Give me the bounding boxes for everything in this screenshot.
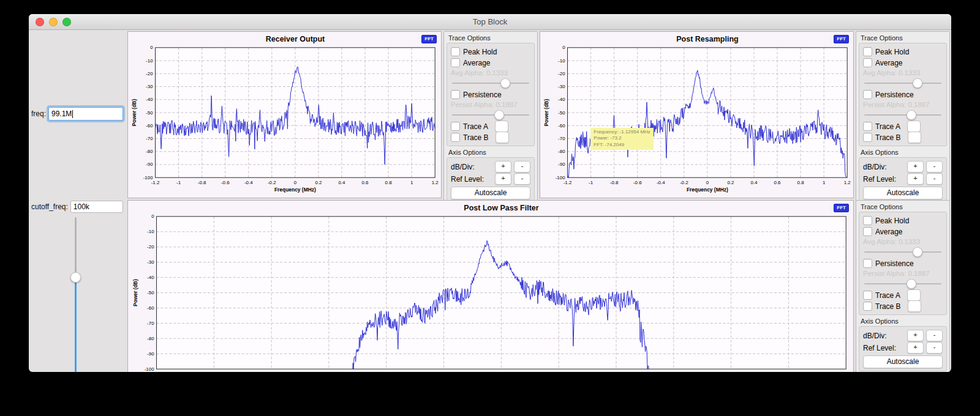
fft-tab-button[interactable]: FFT <box>421 35 437 43</box>
trace-a-checkbox[interactable] <box>863 122 872 131</box>
trace-options-header: Trace Options <box>856 32 949 43</box>
trace-a-row: Trace A <box>863 290 943 300</box>
persist-alpha-label: Persist Alpha: 0.1887 <box>863 270 943 278</box>
cutoff-freq-input[interactable]: 100k <box>70 201 123 213</box>
trace-b-store-button[interactable] <box>496 132 509 143</box>
trace-a-store-button[interactable] <box>907 289 921 301</box>
ref-level-minus-button[interactable]: - <box>926 342 943 354</box>
db-div-plus-button[interactable]: + <box>907 161 924 173</box>
trace-options-group: Peak Hold Average Avg Alpha: 0.1333 <box>859 43 947 146</box>
slider-thumb[interactable] <box>500 78 510 88</box>
avg-alpha-slider[interactable] <box>452 78 529 87</box>
autoscale-button[interactable]: Autoscale <box>451 187 530 199</box>
freq-input-value: 99.1M <box>51 110 72 118</box>
slider-thumb[interactable] <box>907 110 916 120</box>
db-div-row: dB/Div: + - <box>863 161 943 173</box>
fft-tab-button[interactable]: FFT <box>834 204 849 212</box>
fft-plot-canvas[interactable]: 0-10-20-30-40-50-60-70-80-90-100-1.2-1-0… <box>540 32 853 198</box>
svg-text:-60: -60 <box>558 123 565 128</box>
freq-input[interactable]: 99.1M <box>48 107 123 121</box>
close-button[interactable] <box>36 18 44 26</box>
svg-text:0: 0 <box>706 180 709 185</box>
autoscale-button[interactable]: Autoscale <box>863 187 943 199</box>
db-div-minus-button[interactable]: - <box>514 161 530 173</box>
zoom-button[interactable] <box>62 18 71 26</box>
trace-b-checkbox[interactable] <box>863 302 872 311</box>
svg-text:-90: -90 <box>147 351 154 357</box>
peak-hold-checkbox[interactable] <box>863 47 872 56</box>
ref-level-row: Ref Level: + - <box>863 342 943 354</box>
avg-alpha-slider[interactable] <box>864 247 941 256</box>
svg-text:Frequency (MHz): Frequency (MHz) <box>274 187 316 193</box>
slider-thumb[interactable] <box>913 78 922 88</box>
persist-alpha-slider[interactable] <box>864 110 941 119</box>
trace-b-checkbox[interactable] <box>451 133 460 142</box>
plot-receiver-output[interactable]: Receiver Output FFT 0-10-20-30-40-50-60-… <box>127 31 442 198</box>
autoscale-button[interactable]: Autoscale <box>863 355 943 368</box>
persistence-label: Persistence <box>463 91 502 99</box>
window-controls <box>36 18 71 26</box>
db-div-plus-button[interactable]: + <box>495 161 511 173</box>
persist-alpha-slider[interactable] <box>864 279 941 288</box>
svg-text:-0.8: -0.8 <box>198 180 206 185</box>
minimize-button[interactable] <box>49 18 58 26</box>
persist-alpha-slider[interactable] <box>452 110 529 119</box>
trace-b-store-button[interactable] <box>908 300 921 312</box>
persistence-checkbox[interactable] <box>863 259 872 268</box>
average-checkbox[interactable] <box>863 58 872 67</box>
trace-b-checkbox[interactable] <box>863 133 872 142</box>
db-div-row: dB/Div: + - <box>863 330 943 341</box>
ref-level-plus-button[interactable]: + <box>907 173 924 185</box>
cutoff-freq-label: cutoff_freq: <box>31 202 68 211</box>
svg-text:-1.2: -1.2 <box>564 180 572 185</box>
svg-text:0.4: 0.4 <box>612 371 620 372</box>
trace-a-store-button[interactable] <box>495 121 508 132</box>
plot-post-low-pass-filter[interactable]: Post Low Pass Filter FFT 0-10-20-30-40-5… <box>127 200 854 372</box>
ref-level-label: Ref Level: <box>451 175 492 184</box>
freq-field-row: freq: 99.1M <box>31 107 123 121</box>
slider-thumb[interactable] <box>494 110 504 120</box>
peak-hold-checkbox[interactable] <box>863 216 872 225</box>
svg-text:1.2: 1.2 <box>844 180 851 185</box>
svg-text:-20: -20 <box>146 71 153 76</box>
peak-hold-label: Peak Hold <box>875 48 909 56</box>
average-checkbox[interactable] <box>451 58 460 67</box>
ref-level-plus-button[interactable]: + <box>907 342 924 354</box>
svg-text:-1.2: -1.2 <box>153 371 161 372</box>
svg-text:-50: -50 <box>147 290 154 295</box>
svg-text:-0.8: -0.8 <box>267 371 276 372</box>
axis-options-header: Axis Options <box>856 315 949 326</box>
fft-plot-canvas[interactable]: 0-10-20-30-40-50-60-70-80-90-100-1.2-1-0… <box>128 32 441 198</box>
svg-text:0: 0 <box>500 371 503 372</box>
ref-level-plus-button[interactable]: + <box>495 173 511 185</box>
peak-hold-checkbox[interactable] <box>451 47 460 56</box>
chart-title: Post Resampling <box>567 35 848 43</box>
svg-text:-80: -80 <box>558 149 565 154</box>
slider-thumb[interactable] <box>907 279 916 289</box>
trace-a-checkbox[interactable] <box>451 122 460 131</box>
trace-a-store-button[interactable] <box>907 121 921 132</box>
trace-options-panel-3: Trace Options Peak Hold Average Avg Alph… <box>856 200 950 372</box>
slider-thumb[interactable] <box>70 272 81 283</box>
svg-text:-10: -10 <box>146 58 153 64</box>
svg-text:-0.4: -0.4 <box>657 180 665 185</box>
persistence-checkbox[interactable] <box>451 90 460 99</box>
svg-text:1: 1 <box>410 180 413 185</box>
cutoff-freq-slider[interactable] <box>70 217 80 372</box>
db-div-minus-button[interactable]: - <box>926 330 943 341</box>
db-div-minus-button[interactable]: - <box>926 161 943 173</box>
avg-alpha-slider[interactable] <box>864 78 941 87</box>
trace-a-checkbox[interactable] <box>863 291 872 300</box>
db-div-plus-button[interactable]: + <box>907 330 924 341</box>
average-checkbox[interactable] <box>863 227 872 236</box>
slider-thumb[interactable] <box>913 247 922 257</box>
plot-post-resampling[interactable]: Post Resampling FFT 0-10-20-30-40-50-60-… <box>540 31 854 198</box>
ref-level-minus-button[interactable]: - <box>514 173 530 185</box>
persist-alpha-label: Persist Alpha: 0.1887 <box>863 101 943 110</box>
titlebar[interactable]: Top Block <box>29 14 951 30</box>
ref-level-minus-button[interactable]: - <box>926 173 943 185</box>
persistence-checkbox[interactable] <box>863 90 872 99</box>
trace-b-store-button[interactable] <box>908 132 921 143</box>
fft-tab-button[interactable]: FFT <box>834 35 849 43</box>
fft-plot-canvas[interactable]: 0-10-20-30-40-50-60-70-80-90-100-1.2-1-0… <box>128 201 853 372</box>
